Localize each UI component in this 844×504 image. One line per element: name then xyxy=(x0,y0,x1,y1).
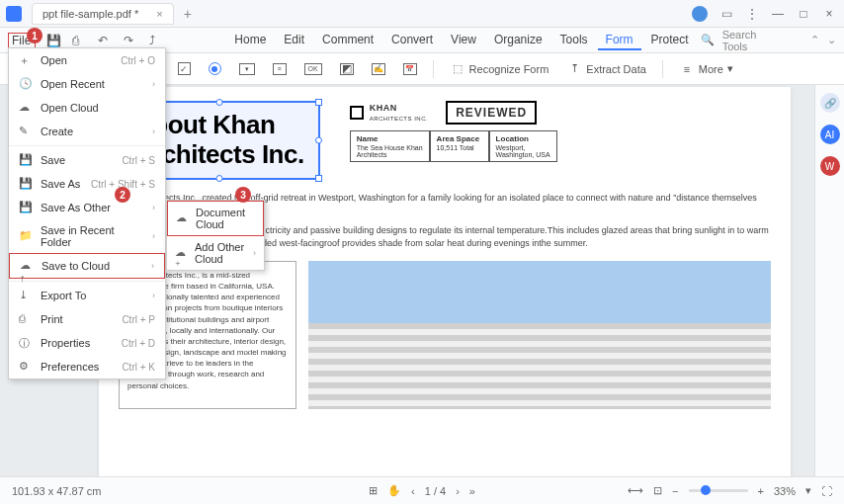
shortcut-label: Ctrl + D xyxy=(122,338,155,349)
zoom-value[interactable]: 33% xyxy=(774,485,796,497)
chevron-right-icon: › xyxy=(152,126,155,136)
menu-protect[interactable]: Protect xyxy=(643,31,697,50)
menu-comment[interactable]: Comment xyxy=(314,31,381,50)
resize-handle[interactable] xyxy=(315,99,322,106)
zoom-out-icon[interactable]: − xyxy=(672,485,678,497)
file-menu-save-in-recent-folder[interactable]: 📁 Save in Recent Folder › xyxy=(9,219,165,253)
next-page-icon[interactable]: › xyxy=(456,485,460,497)
menu-organize[interactable]: Organize xyxy=(486,31,550,50)
avatar[interactable] xyxy=(692,6,708,22)
zoom-dropdown-icon[interactable]: ▾ xyxy=(805,484,811,497)
zoom-slider[interactable] xyxy=(689,489,748,492)
file-menu-save-as-other[interactable]: 💾 Save As Other › xyxy=(9,196,165,219)
save-icon: 💾 xyxy=(19,153,33,167)
window-panel-icon[interactable]: ▭ xyxy=(719,7,733,21)
file-menu-create[interactable]: ✎ Create › xyxy=(9,120,165,143)
brand-logo: KHANARCHITECTS INC. xyxy=(350,103,429,123)
file-menu-label: Save As Other xyxy=(41,202,144,213)
document-tab[interactable]: ppt file-sample.pdf * × xyxy=(32,3,174,25)
redo-icon[interactable]: ↷ xyxy=(124,34,137,47)
expand-ribbon-icon[interactable]: ⌄ xyxy=(827,34,836,46)
submenu-add-other-cloud[interactable]: ☁⁺ Add Other Cloud › xyxy=(167,236,264,270)
save-icon[interactable]: 💾 xyxy=(46,34,60,47)
info-cell: Area Space10,511 Total xyxy=(430,130,489,162)
file-menu-label: Print xyxy=(41,313,114,325)
clock-icon: 🕓 xyxy=(19,77,33,91)
coordinates-label: 101.93 x 47.87 cm xyxy=(12,485,102,497)
menu-form[interactable]: Form xyxy=(598,31,641,50)
hand-tool-icon[interactable]: ✋ xyxy=(387,484,401,497)
close-window-icon[interactable]: × xyxy=(822,7,836,21)
props-icon: ⓘ xyxy=(19,336,33,350)
file-menu-save-to-cloud[interactable]: ☁↑ Save to Cloud › xyxy=(9,253,165,279)
search-icon[interactable]: 🔍 xyxy=(701,34,715,46)
close-tab-icon[interactable]: × xyxy=(156,8,162,20)
menu-convert[interactable]: Convert xyxy=(383,31,441,50)
menu-view[interactable]: View xyxy=(443,31,484,50)
file-menu-open[interactable]: ＋ Open Ctrl + O xyxy=(9,48,165,72)
file-menu-open-recent[interactable]: 🕓 Open Recent › xyxy=(9,72,165,96)
submenu-document-cloud[interactable]: ☁ Document Cloud xyxy=(167,201,264,236)
dropdown-tool[interactable]: ▾ xyxy=(235,61,259,77)
file-menu-label: Properties xyxy=(41,337,114,349)
recognize-form-button[interactable]: ⬚Recognize Form xyxy=(446,59,553,79)
file-menu-dropdown: ＋ Open Ctrl + O 🕓 Open Recent ›☁ Open Cl… xyxy=(8,47,166,379)
image-tool[interactable]: ◩ xyxy=(336,61,358,77)
print-icon[interactable]: ⎙ xyxy=(72,34,86,47)
fit-page-icon[interactable]: ⊡ xyxy=(653,484,662,497)
fit-width-icon[interactable]: ⟷ xyxy=(628,484,643,497)
maximize-icon[interactable]: □ xyxy=(797,7,810,21)
folder-icon: 📁 xyxy=(19,229,33,243)
save-icon: 💾 xyxy=(19,201,33,214)
tab-title: ppt file-sample.pdf * xyxy=(42,8,138,20)
more-button[interactable]: ≡More ▾ xyxy=(675,59,737,79)
fullscreen-icon[interactable]: ⛶ xyxy=(821,485,832,497)
file-menu-print[interactable]: ⎙ Print Ctrl + P xyxy=(9,307,165,331)
minimize-icon[interactable]: — xyxy=(771,7,785,21)
titlebar: ppt file-sample.pdf * × + ▭ ⋮ — □ × xyxy=(0,0,844,28)
grid-icon[interactable]: ⊞ xyxy=(369,484,378,497)
reviewed-stamp: REVIEWED xyxy=(446,101,537,125)
radio-tool[interactable] xyxy=(205,60,225,77)
signature-tool[interactable]: ✍ xyxy=(368,61,389,77)
file-menu-label: Save As xyxy=(41,178,83,190)
callout-marker-1: 1 xyxy=(27,28,42,43)
file-menu-preferences[interactable]: ⚙ Preferences Ctrl + K xyxy=(9,355,165,378)
page-indicator[interactable]: 1 / 4 xyxy=(425,485,446,497)
plus-icon: ＋ xyxy=(19,53,33,67)
prev-page-icon[interactable]: ‹ xyxy=(411,485,415,497)
rail-word-icon[interactable]: W xyxy=(820,156,840,176)
file-menu-save[interactable]: 💾 Save Ctrl + S xyxy=(9,148,165,172)
resize-handle[interactable] xyxy=(315,136,322,143)
last-page-icon[interactable]: » xyxy=(469,485,475,497)
extract-data-button[interactable]: ⤒Extract Data xyxy=(562,59,650,79)
share-icon[interactable]: ⤴ xyxy=(149,34,163,47)
resize-handle[interactable] xyxy=(215,99,222,106)
document-page: About KhanArchitects Inc. xyxy=(99,87,791,476)
date-tool[interactable]: 📅 xyxy=(399,61,421,77)
menu-tools[interactable]: Tools xyxy=(552,31,596,50)
file-menu-save-as[interactable]: 💾 Save As Ctrl + Shift + S xyxy=(9,172,165,196)
window-more-icon[interactable]: ⋮ xyxy=(745,7,759,21)
file-menu-label: Preferences xyxy=(41,361,114,373)
chevron-right-icon: › xyxy=(152,231,155,241)
add-tab-button[interactable]: + xyxy=(184,6,192,22)
zoom-in-icon[interactable]: + xyxy=(758,485,764,497)
file-menu-properties[interactable]: ⓘ Properties Ctrl + D xyxy=(9,331,165,355)
checkbox-tool[interactable]: ✓ xyxy=(174,60,195,77)
rail-link-icon[interactable]: 🔗 xyxy=(820,93,840,113)
menu-edit[interactable]: Edit xyxy=(276,31,312,50)
button-tool[interactable]: OK xyxy=(300,61,326,77)
collapse-up-icon[interactable]: ⌃ xyxy=(810,34,819,46)
rail-ai-icon[interactable]: AI xyxy=(820,125,840,144)
app-logo xyxy=(6,6,22,22)
chevron-right-icon: › xyxy=(152,203,155,212)
resize-handle[interactable] xyxy=(215,175,222,182)
menu-home[interactable]: Home xyxy=(226,31,274,50)
undo-icon[interactable]: ↶ xyxy=(98,34,112,47)
file-menu-export-to[interactable]: ⤓ Export To › xyxy=(9,284,165,307)
resize-handle[interactable] xyxy=(315,175,322,182)
search-label[interactable]: Search Tools xyxy=(722,29,783,52)
list-tool[interactable]: ≡ xyxy=(269,61,291,77)
file-menu-open-cloud[interactable]: ☁ Open Cloud xyxy=(9,96,165,120)
